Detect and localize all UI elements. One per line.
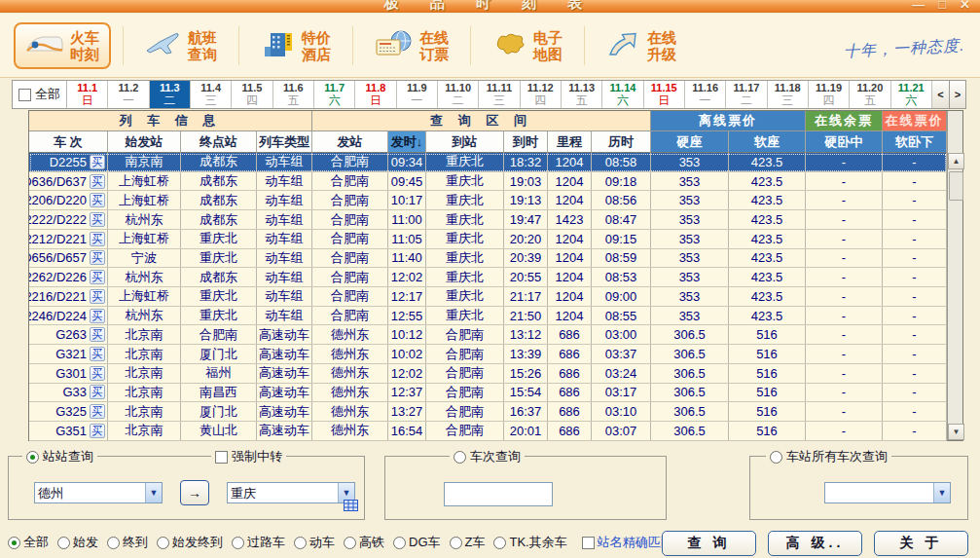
date-tab-11.9[interactable]: 11.9一: [397, 81, 438, 108]
buy-button[interactable]: 买: [90, 327, 105, 342]
date-tab-11.16[interactable]: 11.16一: [685, 81, 726, 108]
column-header-9[interactable]: 里程: [548, 131, 592, 153]
date-tab-11.2[interactable]: 11.2一: [108, 81, 149, 108]
table-row[interactable]: G301买北京南福州高速动车德州东12:02合肥南15:2668603:2430…: [29, 364, 947, 384]
column-header-10[interactable]: 历时: [592, 131, 651, 153]
filter-option-DG车[interactable]: DG车: [393, 534, 441, 551]
filter-option-终到[interactable]: 终到: [107, 534, 148, 551]
to-station-combobox[interactable]: 重庆 ▼: [227, 482, 355, 503]
date-tab-11.20[interactable]: 11.20五: [850, 81, 890, 108]
date-scroll-left-button[interactable]: <: [932, 81, 949, 108]
table-row[interactable]: D2255买南京南成都东动车组合肥南09:34重庆北18:32120408:58…: [29, 153, 947, 172]
station-all-trains-combobox[interactable]: ▼: [824, 482, 951, 503]
column-header-1[interactable]: 车 次: [29, 131, 108, 153]
date-tab-11.15[interactable]: 11.15日: [644, 81, 685, 108]
buy-button[interactable]: 买: [90, 404, 105, 419]
date-tab-11.1[interactable]: 11.1日: [67, 81, 108, 108]
buy-button[interactable]: 买: [90, 366, 105, 381]
table-row[interactable]: D2216/D221买上海虹桥重庆北动车组合肥南12:17重庆北21:17120…: [29, 287, 947, 307]
table-row[interactable]: D2262/D226买杭州东成都东动车组合肥南12:02重庆北20:551204…: [29, 268, 947, 287]
table-row[interactable]: G33买北京南南昌西高速动车德州东12:37合肥南15:5468603:1730…: [29, 384, 947, 403]
all-dates-toggle[interactable]: 全部: [13, 81, 67, 108]
toolbar-train-schedule-button[interactable]: 火车时刻: [14, 22, 111, 69]
date-scroll-right-button[interactable]: >: [949, 81, 965, 108]
from-station-combobox[interactable]: 德州 ▼: [34, 482, 163, 503]
buy-button[interactable]: 买: [90, 289, 105, 304]
date-tab-11.4[interactable]: 11.4三: [191, 81, 232, 108]
date-tab-11.14[interactable]: 11.14六: [602, 81, 643, 108]
maximize-button[interactable]: □: [938, 0, 946, 12]
date-tab-11.11[interactable]: 11.11三: [479, 81, 520, 108]
exact-match-option[interactable]: 站名精确匹配: [582, 534, 673, 551]
advanced-button[interactable]: 高 级..: [768, 531, 862, 556]
filter-option-始发终到[interactable]: 始发终到: [157, 534, 223, 551]
filter-option-Z车[interactable]: Z车: [450, 534, 486, 551]
scrollbar-thumb[interactable]: [949, 171, 963, 201]
toolbar-flight-search-button[interactable]: 航班查询: [135, 24, 227, 67]
train-number-input[interactable]: [444, 482, 553, 506]
date-tab-11.8[interactable]: 11.8日: [355, 81, 396, 108]
station-all-trains-radio[interactable]: [770, 451, 782, 464]
date-tab-11.17[interactable]: 11.17二: [726, 81, 767, 108]
buy-button[interactable]: 买: [90, 424, 105, 438]
buy-button[interactable]: 买: [90, 212, 105, 227]
buy-button[interactable]: 买: [90, 385, 105, 399]
date-tab-11.12[interactable]: 11.12四: [521, 81, 562, 108]
column-header-5[interactable]: 发站: [312, 131, 388, 153]
column-header-3[interactable]: 终点站: [181, 131, 257, 153]
date-tab-11.19[interactable]: 11.19四: [809, 81, 850, 108]
grid-view-icon[interactable]: [344, 498, 358, 515]
table-row[interactable]: D636/D637买上海虹桥成都东动车组合肥南09:45重庆北19:031204…: [29, 172, 947, 192]
toolbar-online-upgrade-button[interactable]: 在线升级: [597, 24, 686, 67]
column-header-12[interactable]: 软座: [729, 131, 806, 153]
date-tab-11.3[interactable]: 11.3二: [150, 81, 191, 108]
date-tab-11.7[interactable]: 11.7六: [314, 81, 355, 108]
train-number-query-radio[interactable]: [454, 451, 466, 464]
column-header-14[interactable]: 软卧下: [883, 131, 947, 153]
about-button[interactable]: 关 于: [874, 531, 968, 556]
table-scrollbar[interactable]: ▲ ▼: [947, 111, 962, 440]
buy-button[interactable]: 买: [90, 309, 105, 323]
column-header-13[interactable]: 硬卧中: [806, 131, 883, 153]
toolbar-emap-button[interactable]: 电子地图: [483, 24, 572, 67]
toolbar-hotel-deals-button[interactable]: 特价酒店: [251, 24, 341, 67]
all-dates-checkbox[interactable]: [18, 89, 31, 101]
filter-radio[interactable]: [344, 537, 356, 549]
buy-button[interactable]: 买: [90, 232, 105, 246]
minimize-button[interactable]: —: [912, 0, 925, 12]
filter-option-TK.其余车[interactable]: TK.其余车: [493, 534, 566, 551]
table-row[interactable]: G263买北京南合肥南高速动车德州东10:12合肥南13:1268603:003…: [29, 325, 947, 345]
table-row[interactable]: G325买北京南厦门北高速动车德州东13:27合肥南16:3768603:103…: [29, 402, 947, 422]
filter-option-全部[interactable]: 全部: [8, 534, 49, 551]
column-header-2[interactable]: 始发站: [108, 131, 181, 153]
filter-option-始发[interactable]: 始发: [57, 534, 98, 551]
filter-option-动车[interactable]: 动车: [294, 534, 335, 551]
column-header-11[interactable]: 硬座: [651, 131, 729, 153]
scroll-down-icon[interactable]: ▼: [948, 424, 964, 440]
table-row[interactable]: D2246/D224买杭州东重庆北动车组合肥南12:55重庆北21:501204…: [29, 307, 947, 326]
table-row[interactable]: G321买北京南厦门北高速动车德州东10:02合肥南13:3968603:373…: [29, 345, 947, 364]
chevron-down-icon[interactable]: ▼: [933, 483, 950, 502]
filter-option-过路车[interactable]: 过路车: [232, 534, 285, 551]
filter-radio[interactable]: [493, 537, 506, 549]
exact-match-checkbox[interactable]: [582, 537, 595, 549]
buy-button[interactable]: 买: [90, 193, 105, 207]
force-transfer-checkbox[interactable]: [215, 451, 228, 464]
date-tab-11.5[interactable]: 11.5四: [232, 81, 272, 108]
chevron-down-icon[interactable]: ▼: [145, 483, 162, 502]
column-header-7[interactable]: 到站: [426, 131, 504, 153]
filter-radio[interactable]: [8, 537, 20, 549]
toolbar-online-booking-button[interactable]: 在线订票: [365, 24, 458, 67]
filter-option-高铁[interactable]: 高铁: [344, 534, 384, 551]
filter-radio[interactable]: [450, 537, 462, 549]
table-row[interactable]: D2212/D221买上海虹桥重庆北动车组合肥南11:05重庆北20:20120…: [29, 230, 947, 249]
close-button[interactable]: ✕: [960, 0, 970, 12]
table-row[interactable]: G351买北京南黄山北高速动车德州东16:54合肥南20:0168603:073…: [29, 422, 947, 441]
filter-radio[interactable]: [294, 537, 307, 549]
buy-button[interactable]: 买: [90, 250, 105, 265]
query-button[interactable]: 查 询: [662, 531, 756, 556]
column-header-4[interactable]: 列车类型: [257, 131, 312, 153]
column-header-8[interactable]: 到时: [504, 131, 548, 153]
date-tab-11.18[interactable]: 11.18三: [768, 81, 809, 108]
filter-radio[interactable]: [57, 537, 70, 549]
